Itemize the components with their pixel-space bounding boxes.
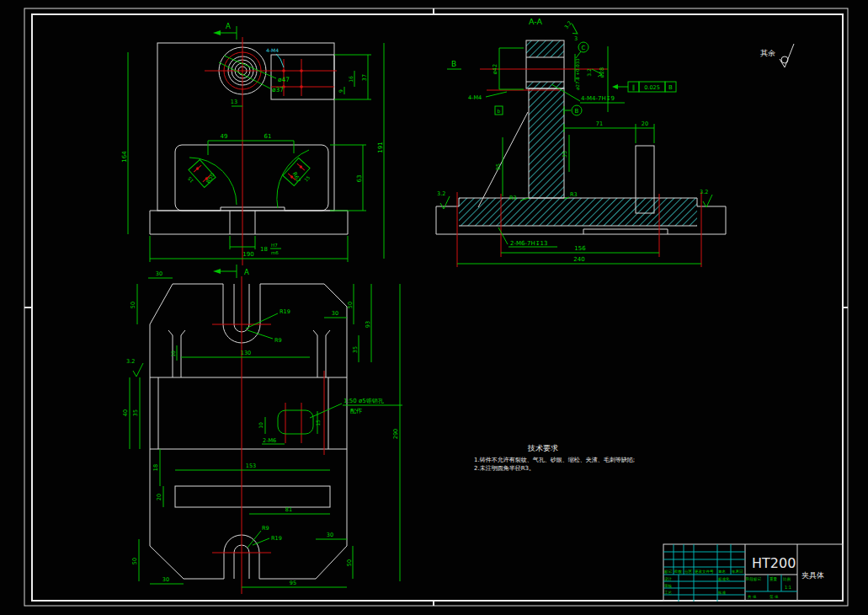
r3-right: R3 bbox=[570, 191, 578, 198]
tolerance-symbol: ∥ bbox=[632, 84, 636, 91]
finish-right-value: 3.2 bbox=[700, 189, 708, 195]
dim-190: 190 bbox=[242, 251, 253, 258]
front-view: A A bbox=[121, 22, 384, 278]
dim-18-plan: 18 bbox=[152, 464, 159, 471]
technical-requirements: 技术要求 1.铸件不允许有裂纹、气孔、砂眼、缩松、夹渣、毛刺等缺陷; 2.未注明… bbox=[474, 444, 635, 472]
m6-depth-note: 2-M6-7H↧13 bbox=[510, 240, 548, 247]
tb-bili: 比例 bbox=[783, 577, 791, 582]
dim-30-br: 30 bbox=[327, 532, 333, 538]
dim-dia28: ø28 bbox=[599, 67, 605, 78]
dim-290: 290 bbox=[392, 429, 399, 439]
drawing-canvas[interactable]: 其余 A A bbox=[0, 0, 868, 615]
dim-18: 18 bbox=[260, 246, 268, 253]
finish-plan-icon: 3.2 bbox=[126, 358, 143, 377]
dim-50-br: 50 bbox=[346, 559, 353, 566]
datum-c-icon: C bbox=[576, 42, 588, 58]
dim-49: 49 bbox=[221, 133, 228, 140]
dim-37: 37 bbox=[361, 74, 368, 81]
r3-left: R3 bbox=[509, 195, 517, 201]
dim-50-tr: 50 bbox=[347, 302, 354, 308]
tb-shenhe: 审核 bbox=[664, 584, 673, 588]
m6-label-plan: 2-M6 bbox=[263, 437, 276, 444]
surface-finish-note: 其余 bbox=[760, 44, 794, 67]
dim-20: 20 bbox=[642, 120, 648, 127]
tb-part-name: 夹具体 bbox=[801, 571, 824, 580]
dim-dia42: ø42 bbox=[492, 64, 498, 74]
tb-biaoji: 标记 bbox=[663, 569, 673, 575]
dim-15-right: 15 bbox=[303, 174, 311, 183]
tb-chushu: 处数 bbox=[674, 569, 683, 574]
dia47-label: ø47 bbox=[278, 76, 290, 83]
dim-3: 3 bbox=[574, 35, 578, 42]
dim-35-right: 35 bbox=[352, 346, 359, 353]
dim-16: 16 bbox=[348, 76, 354, 83]
tech-req-line1: 1.铸件不允许有裂纹、气孔、砂眼、缩松、夹渣、毛刺等缺陷; bbox=[474, 457, 635, 463]
surface-note-text: 其余 bbox=[760, 49, 775, 57]
dim-15-blob: 15 bbox=[315, 420, 321, 426]
dim-10-ear: 10 bbox=[170, 350, 176, 357]
dim-156: 156 bbox=[574, 245, 586, 252]
dim-15-left: 15 bbox=[187, 175, 194, 184]
m4-holes-label: 4-M4 bbox=[266, 47, 279, 53]
dim-153: 153 bbox=[246, 463, 256, 469]
tb-genggai: 更改文件号 bbox=[695, 569, 714, 574]
dim-40: 40 bbox=[122, 409, 129, 416]
tb-gongzhang: 共 张 bbox=[748, 595, 757, 599]
dim-13: 13 bbox=[231, 99, 237, 105]
dim-93: 93 bbox=[365, 321, 371, 328]
section-title: A-A bbox=[529, 17, 543, 26]
dim-95: 95 bbox=[495, 163, 502, 170]
tolerance-frame: ∥ 0.025 B bbox=[612, 82, 676, 92]
finish-bore-value: 3.2 bbox=[586, 68, 592, 77]
dim-30-bl: 30 bbox=[162, 576, 169, 583]
view-b-label: B bbox=[451, 60, 456, 68]
tb-gongyi: 工艺 bbox=[664, 590, 673, 595]
dim-63: 63 bbox=[356, 175, 363, 183]
dim-61: 61 bbox=[264, 133, 272, 140]
dim-9: 9 bbox=[338, 89, 343, 93]
dim-50-bl: 50 bbox=[131, 558, 138, 564]
tb-fenqu: 分区 bbox=[684, 569, 693, 574]
finish-top-icon: 3.2 bbox=[563, 19, 581, 35]
sheet-frame bbox=[24, 8, 848, 606]
tolerance-datum: B bbox=[668, 84, 673, 91]
r19-top: R19 bbox=[280, 308, 290, 315]
dim-35: 35 bbox=[562, 151, 568, 158]
datum-b-letter: B bbox=[575, 108, 579, 115]
fit-m6: m6 bbox=[271, 250, 279, 255]
dia37-label: ø37 bbox=[272, 86, 284, 94]
finish-top-value: 3.2 bbox=[563, 19, 572, 29]
datum-b-flag: b bbox=[498, 108, 501, 114]
dim-191: 191 bbox=[377, 142, 384, 152]
fit-h7: H7 bbox=[271, 243, 278, 248]
tb-sheji: 设计 bbox=[664, 576, 673, 581]
dim-95-plan: 95 bbox=[290, 580, 296, 586]
taper-pin-note2: 配作 bbox=[350, 408, 362, 414]
tech-req-title: 技术要求 bbox=[527, 444, 558, 452]
tb-qianming: 签名 bbox=[718, 570, 726, 574]
r9-top: R9 bbox=[274, 337, 282, 344]
m4-label: 4-M4 bbox=[468, 94, 482, 101]
section-arrow-bottom: A bbox=[213, 265, 249, 278]
tb-biaozhunhua: 标准化 bbox=[717, 576, 730, 582]
dim-10-blob: 10 bbox=[258, 422, 264, 429]
section-view: A-A B ø42 4-M4 b 4-M4-7H↧9 bbox=[436, 17, 726, 267]
section-label-a-bottom: A bbox=[244, 268, 249, 276]
tech-req-line2: 2.未注明圆角半径R3。 bbox=[474, 464, 535, 472]
datum-b-icon: B bbox=[564, 105, 582, 115]
dim-20-plan: 20 bbox=[156, 494, 162, 500]
dim-130: 130 bbox=[241, 350, 251, 356]
taper-pin-note: 1:50 ø5锥销孔 bbox=[343, 398, 385, 404]
r9-bottom: R9 bbox=[262, 525, 269, 532]
finish-plan-value: 3.2 bbox=[126, 358, 135, 365]
section-arrow-top: A bbox=[213, 22, 237, 40]
tolerance-value: 0.025 bbox=[644, 84, 660, 91]
tb-scale-value: 1:1 bbox=[785, 585, 791, 590]
plan-view: R19 R9 30 50 50 30 93 35 10 130 3.2 40 3… bbox=[122, 270, 402, 594]
dim-164: 164 bbox=[121, 151, 128, 163]
title-block: 标记 处数 分区 更改文件号 签名 年月日 设计 标准化 审核 工艺 批准 阶段… bbox=[663, 544, 843, 602]
dim-50-tl: 50 bbox=[130, 302, 136, 308]
tb-pizhun: 批准 bbox=[717, 591, 727, 595]
dim-dia278: ø27.8 +0.033 bbox=[575, 58, 580, 90]
tb-jieduan: 阶段标记 bbox=[746, 576, 762, 582]
